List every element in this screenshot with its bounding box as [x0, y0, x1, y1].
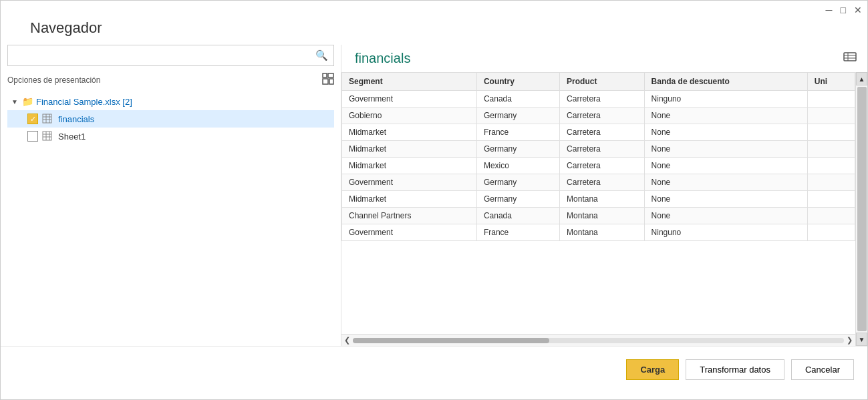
cell-segment: Midmarket: [342, 191, 477, 208]
cell-product: Montana: [560, 208, 645, 224]
svg-rect-3: [329, 79, 333, 84]
table-grid-icon2: [42, 131, 53, 142]
table-scroll-body: Segment Country Product Banda de descuen…: [341, 72, 855, 334]
sheet1-checkbox[interactable]: [27, 131, 38, 142]
tree-sheet-financials[interactable]: financials: [7, 110, 334, 128]
cell-segment: Government: [342, 224, 477, 241]
cell-segment: Channel Partners: [342, 208, 477, 224]
table-grid-icon: [42, 114, 53, 124]
cell-segment: Midmarket: [342, 141, 477, 158]
svg-rect-9: [43, 132, 51, 140]
svg-rect-14: [844, 53, 856, 61]
preview-view-icon[interactable]: [843, 50, 857, 67]
tree-arrow-icon: ▼: [10, 98, 19, 106]
cell-discount: Ninguno: [644, 91, 807, 108]
cancel-button[interactable]: Cancelar: [791, 359, 854, 380]
cell-segment: Government: [342, 91, 477, 108]
cell-segment: Government: [342, 174, 477, 191]
table-row: GovernmentFranceMontanaNinguno: [342, 224, 855, 241]
minimize-button[interactable]: ─: [826, 5, 833, 15]
svg-rect-2: [323, 79, 328, 84]
scroll-down-button[interactable]: ▼: [856, 333, 867, 346]
table-row: MidmarketGermanyMontanaNone: [342, 191, 855, 208]
cell-discount: None: [644, 124, 807, 141]
financials-label: financials: [58, 114, 94, 124]
load-button[interactable]: Carga: [626, 359, 679, 380]
cell-product: Carretera: [560, 141, 645, 158]
cell-product: Carretera: [560, 158, 645, 174]
table-inner: Segment Country Product Banda de descuen…: [341, 72, 855, 346]
cell-uni: [807, 158, 855, 174]
cell-country: Canada: [476, 91, 559, 108]
hscroll-left-arrow[interactable]: ❮: [344, 336, 350, 345]
left-panel: 🔍 Opciones de presentación ▼ 📁 Financial…: [1, 45, 341, 346]
cell-uni: [807, 108, 855, 124]
col-country: Country: [476, 73, 559, 91]
cell-segment: Midmarket: [342, 124, 477, 141]
table-header-row: Segment Country Product Banda de descuen…: [342, 73, 855, 91]
table-row: Channel PartnersCanadaMontanaNone: [342, 208, 855, 224]
table-row: GovernmentCanadaCarreteraNinguno: [342, 91, 855, 108]
data-table: Segment Country Product Banda de descuen…: [341, 72, 855, 241]
cell-product: Carretera: [560, 124, 645, 141]
financials-checkbox[interactable]: [27, 114, 38, 124]
cell-uni: [807, 208, 855, 224]
cell-discount: None: [644, 191, 807, 208]
cell-country: Germany: [476, 174, 559, 191]
folder-icon: 📁: [22, 96, 33, 107]
svg-rect-1: [328, 73, 333, 77]
transform-button[interactable]: Transformar datos: [686, 359, 784, 380]
cell-country: Canada: [476, 208, 559, 224]
cell-uni: [807, 191, 855, 208]
svg-rect-4: [43, 114, 51, 123]
options-label: Opciones de presentación: [7, 75, 100, 85]
right-panel: financials Segment: [341, 45, 867, 346]
cell-segment: Midmarket: [342, 158, 477, 174]
col-discount: Banda de descuento: [644, 73, 807, 91]
cell-country: Mexico: [476, 158, 559, 174]
cell-uni: [807, 91, 855, 108]
col-product: Product: [560, 73, 645, 91]
cell-country: Germany: [476, 191, 559, 208]
cell-discount: Ninguno: [644, 224, 807, 241]
cell-uni: [807, 174, 855, 191]
scroll-up-button[interactable]: ▲: [856, 72, 867, 85]
cell-uni: [807, 224, 855, 241]
table-row: MidmarketGermanyCarreteraNone: [342, 141, 855, 158]
horizontal-scrollbar[interactable]: ❮ ❯: [341, 334, 855, 346]
cell-discount: None: [644, 174, 807, 191]
tree-file-item[interactable]: ▼ 📁 Financial Sample.xlsx [2]: [7, 93, 334, 110]
cell-uni: [807, 124, 855, 141]
search-button[interactable]: 🔍: [310, 45, 333, 65]
preview-header: financials: [341, 45, 867, 72]
search-input[interactable]: [8, 45, 310, 65]
options-row: Opciones de presentación: [7, 73, 334, 87]
col-segment: Segment: [342, 73, 477, 91]
cell-product: Carretera: [560, 174, 645, 191]
tree-file-label: Financial Sample.xlsx [2]: [36, 97, 132, 107]
cell-country: France: [476, 224, 559, 241]
hscroll-thumb[interactable]: [353, 338, 549, 343]
cell-discount: None: [644, 141, 807, 158]
table-row: MidmarketFranceCarreteraNone: [342, 124, 855, 141]
svg-rect-0: [323, 73, 327, 77]
search-bar: 🔍: [7, 45, 334, 66]
title-bar: ─ □ ✕: [1, 1, 867, 19]
scroll-thumb[interactable]: [857, 87, 867, 331]
table-scroll-wrap: Segment Country Product Banda de descuen…: [341, 72, 855, 346]
maximize-button[interactable]: □: [841, 5, 846, 15]
sheet1-label: Sheet1: [58, 132, 86, 142]
tree-sheet-sheet1[interactable]: Sheet1: [7, 128, 334, 145]
close-button[interactable]: ✕: [854, 5, 862, 15]
cell-discount: None: [644, 108, 807, 124]
cell-product: Carretera: [560, 91, 645, 108]
cell-discount: None: [644, 158, 807, 174]
col-uni: Uni: [807, 73, 855, 91]
vertical-scrollbar[interactable]: ▲ ▼: [855, 72, 867, 346]
hscroll-right-arrow[interactable]: ❯: [847, 336, 853, 345]
options-icon[interactable]: [322, 73, 334, 87]
cell-country: Germany: [476, 108, 559, 124]
cell-segment: Gobierno: [342, 108, 477, 124]
cell-country: Germany: [476, 141, 559, 158]
cell-product: Carretera: [560, 108, 645, 124]
